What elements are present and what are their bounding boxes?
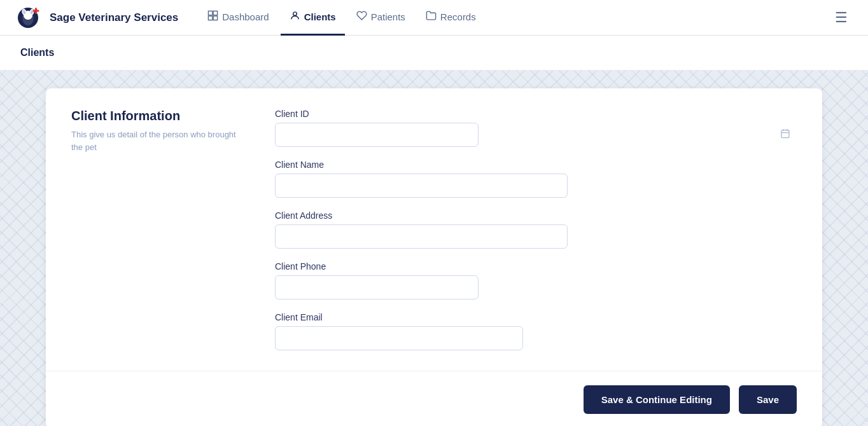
records-icon <box>426 10 437 24</box>
client-address-input[interactable] <box>275 224 568 249</box>
client-phone-input[interactable] <box>275 275 479 299</box>
page-background: Client Information This give us detail o… <box>0 71 868 426</box>
clients-icon <box>290 10 300 24</box>
svg-rect-14 <box>781 130 789 138</box>
client-id-group: Client ID <box>275 109 797 147</box>
svg-rect-10 <box>213 11 217 15</box>
breadcrumb-bar: Clients <box>0 36 868 71</box>
nav-records[interactable]: Records <box>417 0 485 36</box>
client-email-label: Client Email <box>275 312 797 322</box>
brand-name: Sage Veterinary Services <box>50 11 178 24</box>
nav-links: Dashboard Clients Patients Records <box>199 0 830 36</box>
nav-dashboard[interactable]: Dashboard <box>199 0 277 36</box>
client-email-group: Client Email <box>275 312 797 350</box>
nav-records-label: Records <box>440 11 476 22</box>
dashboard-icon <box>207 10 218 24</box>
card-body: Client Information This give us detail o… <box>46 88 822 371</box>
hamburger-menu-button[interactable]: ☰ <box>830 4 853 31</box>
hamburger-icon: ☰ <box>835 10 848 25</box>
save-button[interactable]: Save <box>739 385 797 414</box>
breadcrumb: Clients <box>20 47 54 58</box>
form-section-title: Client Information <box>71 109 249 123</box>
svg-rect-8 <box>33 10 39 11</box>
card-right-panel: Client ID Client Name Client Address <box>275 109 797 350</box>
nav-dashboard-label: Dashboard <box>222 11 269 22</box>
client-name-group: Client Name <box>275 160 797 198</box>
form-section-description: This give us detail of the person who br… <box>71 128 249 153</box>
save-continue-button[interactable]: Save & Continue Editing <box>584 385 730 414</box>
nav-clients[interactable]: Clients <box>281 0 345 36</box>
nav-clients-label: Clients <box>304 11 336 22</box>
client-address-group: Client Address <box>275 210 797 249</box>
client-name-input[interactable] <box>275 174 568 198</box>
client-phone-label: Client Phone <box>275 261 797 271</box>
client-id-input[interactable] <box>275 123 479 147</box>
client-phone-group: Client Phone <box>275 261 797 299</box>
client-address-label: Client Address <box>275 210 797 221</box>
nav-patients-label: Patients <box>371 11 405 22</box>
client-id-label: Client ID <box>275 109 797 119</box>
svg-point-13 <box>293 11 297 15</box>
client-id-input-wrapper <box>275 123 797 147</box>
brand-logo <box>15 4 43 32</box>
client-email-input[interactable] <box>275 326 523 350</box>
client-form-card: Client Information This give us detail o… <box>46 88 822 426</box>
card-left-panel: Client Information This give us detail o… <box>71 109 249 350</box>
calendar-icon <box>780 128 790 141</box>
svg-rect-12 <box>213 16 217 20</box>
svg-rect-11 <box>209 16 213 20</box>
card-footer: Save & Continue Editing Save <box>46 371 822 426</box>
svg-rect-9 <box>209 11 213 15</box>
client-name-label: Client Name <box>275 160 797 170</box>
brand: Sage Veterinary Services <box>15 4 178 32</box>
nav-patients[interactable]: Patients <box>347 0 414 36</box>
patients-icon <box>356 10 367 24</box>
navbar: Sage Veterinary Services Dashboard Clien… <box>0 0 868 36</box>
